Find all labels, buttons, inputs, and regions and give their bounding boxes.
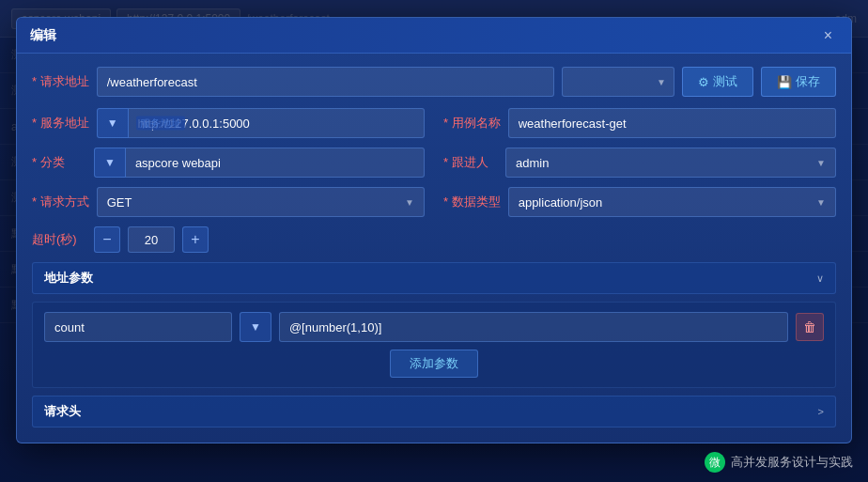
- dialog-title: 编辑: [30, 27, 56, 44]
- chevron-down-icon-follow: ▼: [816, 158, 826, 168]
- add-param-wrap: 添加参数: [44, 350, 824, 378]
- chevron-down-icon-param: ▼: [250, 320, 261, 334]
- dialog-overlay: 编辑 × * 请求地址 ▼ ⚙ 测试 💾 保存: [0, 0, 868, 482]
- url-input[interactable]: [97, 67, 554, 97]
- category-field-wrap: ▼: [94, 148, 425, 178]
- chevron-down-icon-category: ▼: [104, 156, 116, 169]
- category-row: * 分类 ▼: [32, 148, 425, 178]
- category-dropdown-btn[interactable]: ▼: [94, 148, 126, 178]
- param-name-input[interactable]: [44, 312, 232, 342]
- datatype-field-wrap: application/json ▼: [508, 187, 836, 217]
- param-value-input[interactable]: [279, 312, 788, 342]
- server-label: * 服务地址: [32, 115, 89, 132]
- url-row: * 请求地址 ▼ ⚙ 测试 💾 保存: [32, 67, 836, 97]
- request-headers-title: 请求头: [44, 403, 81, 420]
- param-row-1: ▼ 🗑: [44, 312, 824, 342]
- save-button[interactable]: 💾 保存: [761, 67, 836, 97]
- chevron-down-icon-method: ▼: [405, 197, 414, 208]
- param-delete-button[interactable]: 🗑: [796, 313, 824, 341]
- select-dropdown-1[interactable]: ▼: [562, 67, 674, 97]
- datatype-label: * 数据类型: [443, 194, 501, 210]
- follow-value: admin: [516, 156, 549, 170]
- method-select[interactable]: GET ▼: [97, 187, 425, 217]
- close-button[interactable]: ×: [818, 26, 838, 45]
- test-button[interactable]: ⚙ 测试: [682, 67, 753, 97]
- trash-icon: 🗑: [803, 319, 816, 334]
- timeout-minus-button[interactable]: −: [94, 226, 120, 253]
- follow-field-wrap: admin ▼: [505, 148, 836, 178]
- timeout-label: 超时(秒): [32, 231, 86, 248]
- request-headers-arrow: >: [818, 406, 824, 417]
- server-input[interactable]: [129, 108, 425, 138]
- test-icon: ⚙: [698, 75, 709, 89]
- server-field-wrap: ▼ 服务地址: [97, 108, 425, 138]
- usecase-row: * 用例名称: [443, 108, 836, 138]
- server-dropdown-btn[interactable]: ▼: [97, 108, 129, 138]
- timeout-plus-button[interactable]: +: [182, 226, 209, 253]
- datatype-value: application/json: [519, 195, 603, 210]
- timeout-row: 超时(秒) − +: [32, 226, 836, 253]
- timeout-input[interactable]: [128, 226, 175, 253]
- param-dropdown-button[interactable]: ▼: [240, 312, 271, 342]
- params-area: ▼ 🗑 添加参数: [32, 302, 836, 388]
- add-param-button[interactable]: 添加参数: [390, 350, 478, 378]
- usecase-field-wrap: [508, 108, 836, 138]
- follow-label: * 跟进人: [443, 154, 498, 171]
- category-input[interactable]: [126, 148, 425, 178]
- edit-dialog: 编辑 × * 请求地址 ▼ ⚙ 测试 💾 保存: [16, 17, 852, 443]
- chevron-down-icon-server: ▼: [107, 117, 118, 130]
- method-field-wrap: GET ▼: [97, 187, 425, 217]
- request-headers-header[interactable]: 请求头 >: [32, 396, 836, 428]
- method-row: * 请求方式 GET ▼: [32, 187, 425, 217]
- chevron-down-icon-1: ▼: [657, 77, 666, 87]
- save-icon: 💾: [777, 75, 792, 89]
- follow-select[interactable]: admin ▼: [505, 148, 836, 178]
- usecase-label: * 用例名称: [443, 115, 501, 132]
- method-value: GET: [107, 195, 132, 210]
- category-label: * 分类: [32, 154, 86, 171]
- address-params-header[interactable]: 地址参数 ∨: [32, 262, 836, 294]
- datatype-row: * 数据类型 application/json ▼: [443, 187, 836, 217]
- chevron-down-icon-datatype: ▼: [816, 197, 826, 208]
- follow-row: * 跟进人 admin ▼: [443, 148, 836, 178]
- dialog-body: * 请求地址 ▼ ⚙ 测试 💾 保存 * 服务地: [17, 54, 851, 443]
- address-params-arrow: ∨: [816, 272, 824, 285]
- dialog-header: 编辑 ×: [17, 18, 851, 54]
- url-label: * 请求地址: [32, 73, 89, 90]
- form-grid-top: * 服务地址 ▼ 服务地址 * 用例名称: [32, 108, 836, 217]
- server-row: * 服务地址 ▼ 服务地址: [32, 108, 425, 138]
- datatype-select[interactable]: application/json ▼: [508, 187, 836, 217]
- usecase-input[interactable]: [508, 108, 836, 138]
- method-label: * 请求方式: [32, 194, 89, 210]
- address-params-title: 地址参数: [44, 270, 93, 287]
